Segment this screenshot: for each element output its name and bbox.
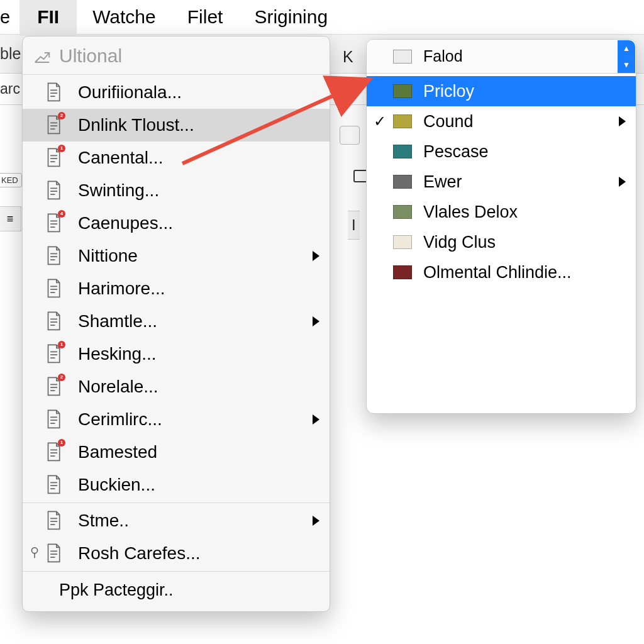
- menu-item[interactable]: Ppk Pacteggir..: [23, 573, 330, 608]
- menu-item-label: Stme..: [78, 511, 129, 531]
- color-swatch: [393, 84, 412, 98]
- document-icon: [44, 311, 63, 332]
- menu-item-label: Nittione: [78, 246, 138, 266]
- chevron-right-icon: [619, 116, 626, 126]
- menu-item-label: Cerimlirc...: [78, 409, 162, 430]
- menu-item-label: Swinting...: [78, 180, 159, 201]
- chart-icon: [33, 47, 52, 65]
- menu-item[interactable]: 1Hesking...: [23, 338, 330, 370]
- menu-item[interactable]: Shamtle...: [23, 305, 330, 338]
- color-option[interactable]: ✓Cound: [367, 106, 636, 136]
- color-option-label: Pricloy: [423, 82, 474, 101]
- toolbar-button[interactable]: ≡: [0, 206, 21, 231]
- menu-item[interactable]: Rosh Carefes...: [23, 537, 330, 570]
- color-option[interactable]: Olmental Chlindie...: [367, 257, 636, 287]
- dropdown-header-label: Ultional: [59, 45, 122, 67]
- menu-item-filet[interactable]: Filet: [172, 1, 239, 33]
- color-swatch: [393, 205, 412, 219]
- badge: 2: [58, 112, 65, 119]
- chevron-right-icon: [313, 251, 319, 261]
- color-option[interactable]: Vidg Clus: [367, 227, 636, 257]
- color-option[interactable]: Pricloy: [367, 76, 636, 106]
- menu-item[interactable]: Buckien...: [23, 469, 330, 501]
- menu-item[interactable]: Harimore...: [23, 272, 330, 305]
- svg-point-0: [31, 548, 37, 553]
- hamburger-icon: ≡: [7, 213, 14, 226]
- color-option-label: Olmental Chlindie...: [423, 263, 572, 282]
- menu-item-label: Harimore...: [78, 279, 165, 299]
- separator: [23, 502, 330, 503]
- menu-item-srigining[interactable]: Srigining: [238, 1, 343, 33]
- color-swatch: [393, 145, 412, 158]
- menu-item-label: Ppk Pacteggir..: [59, 580, 174, 600]
- menu-item[interactable]: 2Norelale...: [23, 370, 330, 403]
- pin-icon: [28, 543, 42, 557]
- color-panel-header-label: Falod: [423, 47, 463, 65]
- chevron-right-icon: [619, 177, 626, 187]
- stepper-control[interactable]: ▲ ▼: [618, 40, 635, 73]
- badge: 1: [58, 341, 65, 348]
- menu-item-label: Rosh Carefes...: [78, 543, 201, 564]
- menu-item[interactable]: Nittione: [23, 240, 330, 272]
- document-icon: [44, 510, 63, 531]
- menu-item-prev-fragment[interactable]: e: [0, 2, 19, 33]
- document-icon: 1: [44, 147, 63, 169]
- color-panel: Falod ▲ ▼ Pricloy✓CoundPescaseEwerVlales…: [366, 39, 636, 414]
- document-icon: [44, 245, 63, 267]
- separator: [23, 571, 330, 572]
- color-option-label: Ewer: [423, 172, 462, 192]
- color-option[interactable]: Pescase: [367, 136, 636, 167]
- document-icon: 4: [44, 213, 63, 234]
- color-option-label: Vlales Delox: [423, 203, 518, 222]
- checkmark-icon: ✓: [367, 113, 393, 130]
- dropdown-header: Ultional: [23, 36, 330, 73]
- badge: 1: [58, 439, 65, 447]
- chevron-down-icon[interactable]: ▼: [618, 57, 635, 73]
- menu-item-label: Caenupes...: [78, 213, 173, 233]
- document-icon: [44, 409, 63, 430]
- menu-item-label: Dnlink Tloust...: [78, 115, 194, 135]
- bg-edit-button[interactable]: [340, 126, 360, 145]
- menu-item-label: Buckien...: [78, 475, 155, 495]
- chevron-right-icon: [313, 414, 319, 425]
- color-swatch: [393, 235, 412, 249]
- document-icon: [44, 180, 63, 201]
- document-icon: [44, 474, 63, 496]
- color-panel-header[interactable]: Falod ▲ ▼: [367, 40, 636, 74]
- toolbar-fragment-left-2: arc: [0, 80, 20, 97]
- document-icon: 1: [44, 441, 63, 463]
- document-icon: 1: [44, 343, 63, 365]
- menu-item[interactable]: Swinting...: [23, 174, 330, 207]
- document-icon: [44, 543, 63, 564]
- menu-item-fii[interactable]: FII: [19, 0, 77, 36]
- menu-item[interactable]: 4Caenupes...: [23, 207, 330, 240]
- menu-item-label: Ourifiionala...: [78, 82, 182, 103]
- document-icon: [44, 278, 63, 299]
- menu-item-label: Norelale...: [78, 377, 158, 397]
- badge: 4: [58, 210, 65, 218]
- chevron-up-icon[interactable]: ▲: [618, 40, 635, 57]
- badge: 2: [58, 374, 65, 381]
- menu-item[interactable]: 1Bamested: [23, 436, 330, 469]
- menu-item-label: Canental...: [78, 148, 163, 168]
- document-icon: 2: [44, 114, 63, 136]
- document-icon: [44, 82, 63, 103]
- menubar: e FII Watche Filet Srigining: [0, 0, 644, 35]
- menu-item[interactable]: Cerimlirc...: [23, 403, 330, 436]
- chevron-right-icon: [313, 316, 319, 326]
- fii-dropdown: Ultional Ourifiionala... 2Dnlink Tloust.…: [22, 36, 330, 612]
- menu-item-label: Shamtle...: [78, 311, 157, 331]
- menu-item-label: Hesking...: [78, 344, 157, 364]
- menu-item-label: Bamested: [78, 442, 157, 462]
- color-swatch: [393, 114, 412, 128]
- menu-item[interactable]: Ourifiionala...: [23, 76, 330, 109]
- menu-item[interactable]: 2Dnlink Tloust...: [23, 109, 330, 142]
- menu-item-watche[interactable]: Watche: [77, 1, 172, 33]
- color-swatch: [393, 175, 412, 189]
- color-option-label: Vidg Clus: [423, 233, 496, 252]
- menu-item[interactable]: 1Canental...: [23, 142, 330, 174]
- color-option[interactable]: Ewer: [367, 167, 636, 197]
- color-swatch: [393, 265, 412, 279]
- menu-item[interactable]: Stme..: [23, 504, 330, 537]
- color-option[interactable]: Vlales Delox: [367, 197, 636, 227]
